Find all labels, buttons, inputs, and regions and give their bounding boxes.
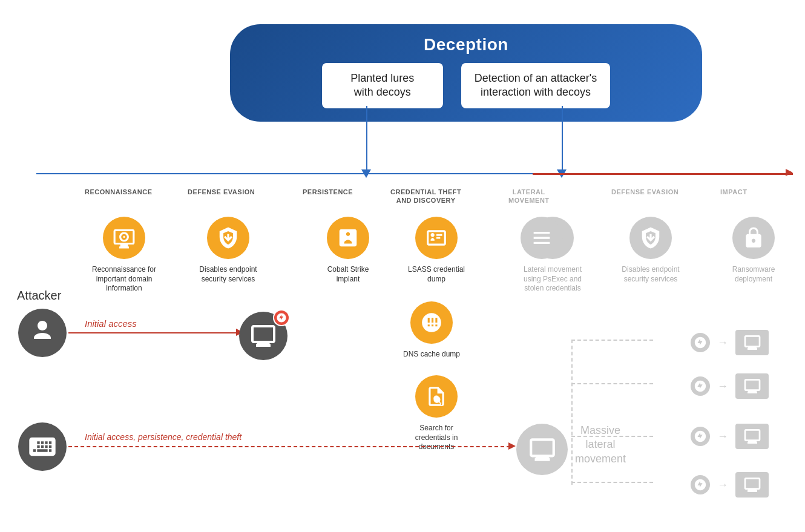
credential-icon [415,217,458,259]
impact-label: Ransomware deployment [720,265,787,284]
dns-icon [410,301,453,344]
keyboard-icon [27,431,58,462]
connector-right [562,106,563,171]
lsass-label: LSASS credential dump [403,265,470,284]
col-reconnaissance: RECONNAISSANCE [85,188,153,196]
computer-gray-3 [735,424,769,449]
computer-gray-1 [735,330,769,355]
dash-to-row2 [571,383,653,384]
phase-search-creds: Search for credentials in documents [403,375,470,452]
dash-to-row3 [571,436,653,437]
ban-4 [691,475,710,494]
doc-search-icon [415,375,458,418]
deception-box-lures: Planted lureswith decoys [322,63,443,108]
computer-gray-4 [735,472,769,498]
dashed-label: Initial access, persistence, credential … [85,432,242,442]
phase-defense-evasion-2: Disables endpoint security services [617,217,684,284]
connector-left [366,106,367,171]
shield-gray-icon [639,226,662,249]
lock-icon [742,226,765,249]
target-computer-icon [239,312,288,360]
recon-icon [103,217,145,259]
lateral-label: Lateral movement using PsExec and stolen… [519,265,586,294]
timeline-blue [36,173,533,174]
vertical-connector-right [571,340,573,485]
col-lateral-movement: LATERALMOVEMENT [508,188,550,205]
keyboard-attacker-icon [18,422,67,471]
person-icon [28,318,57,347]
phase-persistence: Cobalt Strike implant [315,217,381,284]
recon-label: Reconnaissance for important domain info… [91,265,157,294]
shield-gray-icon [629,217,672,259]
id-card-icon [425,226,448,249]
defense-evasion-1-label: Disables endpoint security services [195,265,261,284]
dashed-line-attacker [68,446,510,447]
initial-access-label: Initial access [85,318,137,329]
computer-icon [249,321,278,350]
dashed-arrowhead [508,442,516,450]
dash-to-row4 [571,482,653,483]
gray-row-1: → [691,330,769,355]
col-defense-evasion-2: DEFENSE EVASION [611,188,678,196]
deception-banner: Deception Planted lureswith decoys Detec… [230,24,702,122]
lateral-person-icon [521,217,563,259]
computer-gray-2 [735,373,769,399]
monitor-eye-icon [113,226,136,249]
timeline [36,171,793,176]
phase-dns: DNS cache dump [403,301,460,360]
ban-overlay [273,309,290,326]
initial-access-line [68,332,238,333]
col-persistence: PERSISTENCE [303,188,353,196]
search-creds-label: Search for credentials in documents [403,424,470,452]
ban-1 [691,333,710,352]
shield-icon [217,226,240,249]
ban-icon [276,312,287,323]
col-impact: IMPACT [720,188,747,196]
impact-icon [732,217,775,259]
dns-label: DNS cache dump [403,350,460,360]
deception-box-detection: Detection of an attacker'sinteraction wi… [461,63,611,108]
arrow-3: → [717,430,728,443]
network-icon [420,311,443,334]
phase-defense-evasion-1: Disables endpoint security services [195,217,261,284]
phase-lsass: LSASS credential dump [403,217,470,284]
dash-to-row1 [571,340,653,341]
attacker-label: Attacker [17,289,61,303]
massive-lateral-label: Massivelateralmovement [575,424,626,466]
col-credential-theft: CREDENTIAL THEFTAND DISCOVERY [390,188,461,205]
gray-row-3: → [691,424,769,449]
gray-row-4: → [691,472,769,498]
timeline-red [533,173,793,175]
persistence-label: Cobalt Strike implant [315,265,381,284]
defense-evasion-2-label: Disables endpoint security services [617,265,684,284]
ban-2 [691,376,710,396]
deception-boxes: Planted lureswith decoys Detection of an… [248,63,684,108]
door-open-icon [337,226,360,249]
timeline-arrow [786,169,793,176]
arrow-2: → [717,380,728,393]
document-search-icon [425,385,448,408]
door-icon [327,217,369,259]
arrow-4: → [717,479,728,491]
ban-3 [691,427,710,446]
col-defense-evasion-1: DEFENSE EVASION [188,188,255,196]
diagram-container: Deception Planted lureswith decoys Detec… [0,0,805,532]
lateral-computer-icon [527,435,557,465]
arrow-1: → [717,337,728,349]
phase-impact: Ransomware deployment [720,217,787,284]
deception-title: Deception [424,35,508,54]
gray-row-2: → [691,373,769,399]
lateral-target-icon [516,424,568,475]
shield-arrow-icon [207,217,249,259]
phase-reconnaissance: Reconnaissance for important domain info… [91,217,157,294]
attacker-icon [18,309,67,357]
